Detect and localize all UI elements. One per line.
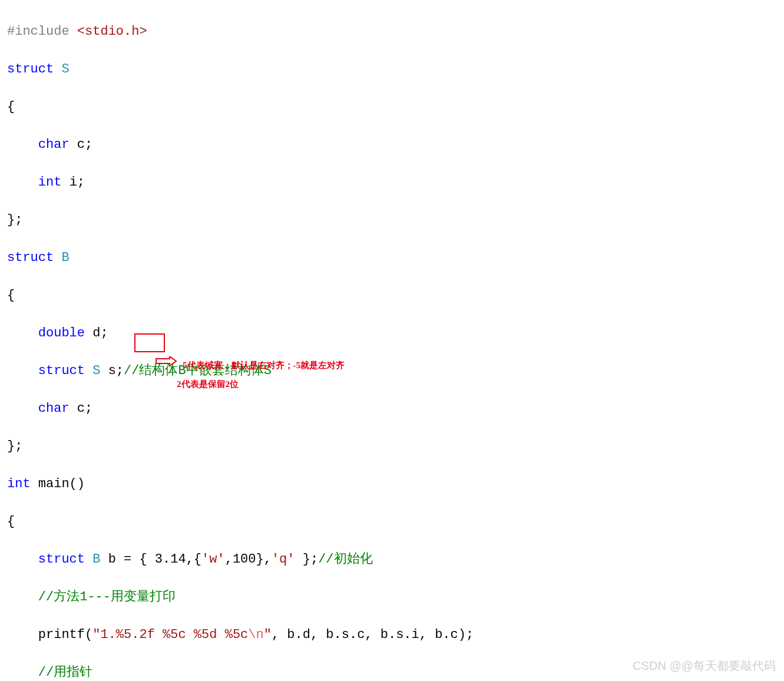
char-q: 'q' <box>272 552 295 567</box>
kw-struct: struct <box>38 363 92 378</box>
args-1: , b.d, b.s.c, b.s.i, b.c); <box>272 627 474 642</box>
brace-open: { <box>7 288 15 303</box>
kw-char: char <box>38 137 77 152</box>
preproc-include: #include <box>7 24 77 39</box>
kw-int: int <box>7 477 38 491</box>
brace-open: { <box>7 514 15 529</box>
sep: }; <box>295 552 319 567</box>
comment-m1: //方法1---用变量打印 <box>38 590 176 604</box>
esc-n: \n <box>248 627 263 642</box>
kw-int: int <box>38 175 70 190</box>
brace-open: { <box>7 100 15 114</box>
decl-s: s; <box>100 363 124 378</box>
kw-double: double <box>38 326 92 340</box>
decl-i: i; <box>70 175 85 190</box>
type-B: B <box>61 250 69 265</box>
kw-char: char <box>38 401 77 416</box>
comment-ptr: //用指针 <box>38 665 92 680</box>
fmt-1b: f %5c %5d %5c <box>147 627 249 642</box>
char-w: 'w' <box>201 552 225 567</box>
arrow-icon <box>156 356 177 366</box>
code-block: #include <stdio.h> struct S { char c; in… <box>7 4 583 681</box>
type-S: S <box>61 62 69 77</box>
highlight-box <box>134 333 165 352</box>
printf-call: printf( <box>38 627 92 642</box>
decl-c2: c; <box>77 401 92 416</box>
num-100: 100 <box>233 552 256 567</box>
comment-init: //初始化 <box>318 552 372 567</box>
num-314: 3.14 <box>155 552 186 567</box>
kw-struct: struct <box>38 552 92 567</box>
brace-close: }; <box>7 213 22 227</box>
decl-c: c; <box>77 137 92 152</box>
main-decl: main() <box>38 477 85 491</box>
brace-close: }; <box>7 439 22 454</box>
sep: }, <box>256 552 272 567</box>
sep: ,{ <box>186 552 201 567</box>
include-header: <stdio.h> <box>77 24 147 39</box>
annotation-width: 5代表域宽，默认是右对齐；-5就是左对齐 <box>183 356 345 375</box>
watermark: CSDN @@每天都要敲代码 <box>633 656 776 675</box>
decl-d: d; <box>92 326 108 340</box>
type-S: S <box>92 363 100 378</box>
fmt-1a: "1.% <box>92 627 124 642</box>
type-B: B <box>92 552 100 567</box>
annotation-precision: 2代表是保留2位 <box>177 375 239 394</box>
kw-struct: struct <box>7 62 61 77</box>
fmt-1c: " <box>264 627 272 642</box>
fmt-boxed: 5.2 <box>124 627 147 642</box>
sep: , <box>225 552 233 567</box>
kw-struct: struct <box>7 250 61 265</box>
var-b: b = { <box>100 552 154 567</box>
